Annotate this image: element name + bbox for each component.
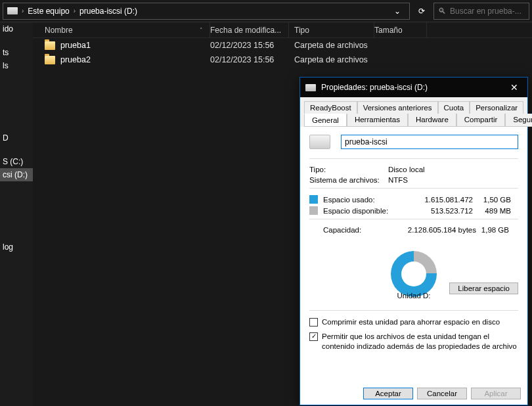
index-checkbox[interactable]: ✓ [309,332,318,341]
usage-donut [391,251,437,297]
folder-icon [45,56,55,64]
properties-dialog: Propiedades: prueba-iscsi (D:) ✕ ReadyBo… [299,77,528,405]
breadcrumb-root[interactable]: Este equipo [28,7,69,16]
column-name[interactable]: Nombre˄ [33,22,210,37]
nav-sidebar: ido ts ls D S (C:) csi (D:) log [0,22,33,406]
breadcrumb-current[interactable]: prueba-iscsi (D:) [79,7,137,16]
sort-asc-icon: ˄ [200,27,203,34]
used-swatch [309,195,318,204]
used-human: 1,50 GB [478,196,511,204]
free-human: 489 MB [478,207,511,215]
drive-icon [7,7,18,14]
tab-quota[interactable]: Cuota [438,101,470,114]
file-date: 02/12/2023 15:56 [210,55,289,64]
filesystem-label: Sistema de archivos: [309,176,388,184]
sidebar-item-current-drive[interactable]: csi (D:) [0,168,33,181]
apply-button[interactable]: Aplicar [471,388,521,399]
tab-versions[interactable]: Versiones anteriores [357,101,438,114]
column-headers: Nombre˄ Fecha de modifica... Tipo Tamaño [33,22,532,38]
tab-hardware[interactable]: Hardware [408,114,456,127]
chevron-right-icon: › [20,7,25,14]
history-dropdown-icon[interactable]: ⌄ [389,3,405,19]
dialog-title: Propiedades: prueba-iscsi (D:) [321,83,428,92]
free-label: Espacio disponible: [323,207,402,215]
tab-personalize[interactable]: Personalizar [470,101,523,114]
free-space-button[interactable]: Liberar espacio [449,282,518,294]
sidebar-item[interactable]: ls [0,59,33,72]
close-button[interactable]: ✕ [501,78,527,97]
tabs: ReadyBoost Versiones anteriores Cuota Pe… [300,97,527,127]
type-label: Tipo: [309,166,388,173]
sidebar-item[interactable]: log [0,240,33,254]
folder-icon [45,41,55,50]
search-icon: 🔍︎ [438,7,446,16]
file-type: Carpeta de archivos [289,55,374,64]
column-modified[interactable]: Fecha de modifica... [210,22,289,37]
file-name: prueba1 [60,41,91,50]
file-name: prueba2 [60,55,91,64]
file-row[interactable]: prueba202/12/2023 15:56Carpeta de archiv… [33,53,532,67]
file-type: Carpeta de archivos [289,41,374,50]
compress-checkbox[interactable] [309,318,318,327]
drive-icon [305,84,316,91]
drive-name-input[interactable] [341,135,518,149]
search-box[interactable]: 🔍︎ [433,3,529,20]
dialog-titlebar[interactable]: Propiedades: prueba-iscsi (D:) ✕ [300,78,527,97]
column-size[interactable]: Tamaño [374,22,427,37]
tab-security[interactable]: Seguridad [505,114,532,127]
compress-label: Comprimir esta unidad para ahorrar espac… [322,317,500,328]
tab-readyboost[interactable]: ReadyBoost [304,101,357,114]
index-label: Permitir que los archivos de esta unidad… [322,332,518,352]
filesystem-value: NTFS [388,176,408,184]
sidebar-item[interactable]: D [0,131,33,145]
capacity-human: 1,98 GB [476,226,509,234]
ok-button[interactable]: Aceptar [363,388,413,399]
sidebar-item[interactable]: ido [0,22,33,35]
chevron-right-icon: › [72,7,77,14]
unit-label: Unidad D: [397,292,430,300]
file-date: 02/12/2023 15:56 [210,41,289,50]
dialog-buttons: Aceptar Cancelar Aplicar [363,388,521,399]
column-type[interactable]: Tipo [289,22,374,37]
type-value: Disco local [388,166,425,173]
address-toolbar: › Este equipo › prueba-iscsi (D:) ⌄ ⟳ 🔍︎ [0,0,532,22]
breadcrumb-bar[interactable]: › Este equipo › prueba-iscsi (D:) ⌄ [3,3,410,20]
tab-share[interactable]: Compartir [456,114,505,127]
refresh-icon[interactable]: ⟳ [414,3,430,19]
free-swatch [309,206,318,215]
file-row[interactable]: prueba102/12/2023 15:56Carpeta de archiv… [33,38,532,53]
free-bytes: 513.523.712 [407,207,473,215]
search-input[interactable] [450,7,525,16]
general-panel: Tipo:Disco local Sistema de archivos:NTF… [300,127,527,371]
drive-large-icon [309,135,330,149]
cancel-button[interactable]: Cancelar [417,388,467,399]
sidebar-item[interactable]: S (C:) [0,155,33,168]
used-bytes: 1.615.081.472 [407,196,473,204]
tab-tools[interactable]: Herramientas [347,114,408,127]
capacity-bytes: 2.128.605.184 bytes [388,226,476,234]
capacity-label: Capacidad: [323,226,388,234]
tab-general[interactable]: General [304,114,347,127]
used-label: Espacio usado: [323,196,402,204]
sidebar-item[interactable]: ts [0,46,33,59]
